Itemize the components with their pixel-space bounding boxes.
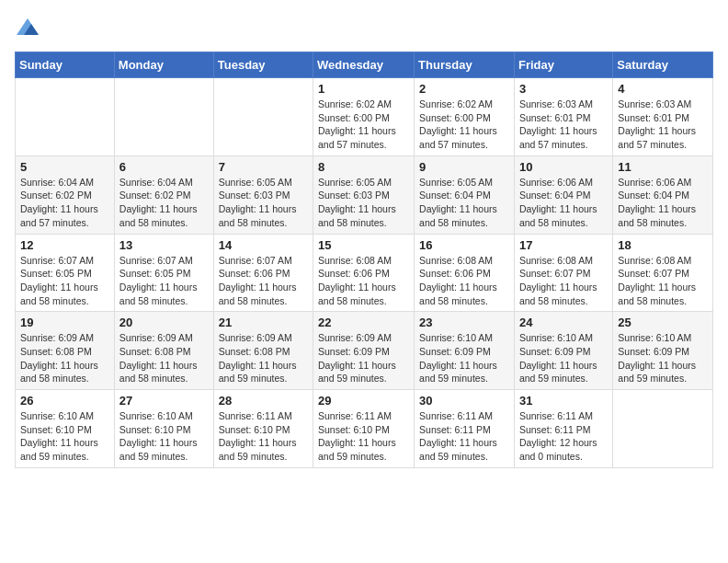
calendar-cell: 18Sunrise: 6:08 AMSunset: 6:07 PMDayligh…: [613, 234, 713, 312]
day-number: 18: [618, 238, 708, 252]
day-number: 3: [519, 82, 608, 96]
calendar-cell: [16, 78, 115, 156]
calendar-cell: [613, 390, 713, 468]
day-info: Sunrise: 6:03 AMSunset: 6:01 PMDaylight:…: [618, 98, 708, 152]
day-info: Sunrise: 6:10 AMSunset: 6:10 PMDaylight:…: [119, 409, 209, 464]
day-number: 15: [318, 238, 409, 252]
day-number: 1: [318, 82, 409, 96]
day-header-tuesday: Tuesday: [213, 52, 313, 78]
calendar-cell: 19Sunrise: 6:09 AMSunset: 6:08 PMDayligh…: [16, 312, 115, 390]
day-info: Sunrise: 6:04 AMSunset: 6:02 PMDaylight:…: [119, 176, 209, 230]
calendar-cell: [213, 78, 313, 156]
calendar-table: SundayMondayTuesdayWednesdayThursdayFrid…: [15, 52, 713, 468]
day-number: 13: [119, 238, 209, 252]
day-number: 20: [119, 316, 209, 329]
day-number: 19: [20, 316, 109, 329]
day-number: 12: [20, 238, 109, 252]
day-info: Sunrise: 6:09 AMSunset: 6:09 PMDaylight:…: [318, 331, 409, 385]
calendar-cell: 30Sunrise: 6:11 AMSunset: 6:11 PMDayligh…: [415, 390, 515, 468]
page: SundayMondayTuesdayWednesdayThursdayFrid…: [0, 0, 728, 483]
day-info: Sunrise: 6:06 AMSunset: 6:04 PMDaylight:…: [519, 176, 608, 230]
calendar-cell: 29Sunrise: 6:11 AMSunset: 6:10 PMDayligh…: [313, 390, 415, 468]
calendar-cell: 15Sunrise: 6:08 AMSunset: 6:06 PMDayligh…: [313, 234, 415, 312]
calendar-cell: 26Sunrise: 6:10 AMSunset: 6:10 PMDayligh…: [16, 390, 115, 468]
day-header-saturday: Saturday: [613, 52, 713, 78]
day-header-thursday: Thursday: [415, 52, 515, 78]
day-number: 17: [519, 238, 608, 252]
day-number: 8: [318, 160, 409, 174]
day-info: Sunrise: 6:09 AMSunset: 6:08 PMDaylight:…: [219, 331, 308, 385]
day-info: Sunrise: 6:08 AMSunset: 6:06 PMDaylight:…: [318, 254, 409, 308]
day-info: Sunrise: 6:03 AMSunset: 6:01 PMDaylight:…: [519, 98, 608, 152]
day-number: 6: [119, 160, 209, 174]
day-number: 14: [219, 238, 308, 252]
week-row-2: 5Sunrise: 6:04 AMSunset: 6:02 PMDaylight…: [16, 155, 713, 234]
calendar-cell: 21Sunrise: 6:09 AMSunset: 6:08 PMDayligh…: [213, 312, 313, 390]
week-row-5: 26Sunrise: 6:10 AMSunset: 6:10 PMDayligh…: [16, 390, 713, 468]
day-number: 9: [419, 160, 509, 174]
logo-icon: [15, 15, 40, 40]
calendar-cell: 16Sunrise: 6:08 AMSunset: 6:06 PMDayligh…: [415, 234, 515, 312]
calendar-cell: 20Sunrise: 6:09 AMSunset: 6:08 PMDayligh…: [114, 312, 213, 390]
day-info: Sunrise: 6:10 AMSunset: 6:09 PMDaylight:…: [519, 331, 608, 385]
calendar-cell: 25Sunrise: 6:10 AMSunset: 6:09 PMDayligh…: [613, 312, 713, 390]
day-header-sunday: Sunday: [16, 52, 115, 78]
calendar-cell: 5Sunrise: 6:04 AMSunset: 6:02 PMDaylight…: [16, 155, 115, 234]
day-info: Sunrise: 6:05 AMSunset: 6:04 PMDaylight:…: [419, 176, 509, 230]
calendar-cell: 3Sunrise: 6:03 AMSunset: 6:01 PMDaylight…: [514, 78, 612, 156]
header: [15, 15, 713, 40]
calendar-cell: 12Sunrise: 6:07 AMSunset: 6:05 PMDayligh…: [16, 234, 115, 312]
day-info: Sunrise: 6:11 AMSunset: 6:10 PMDaylight:…: [219, 409, 308, 464]
day-info: Sunrise: 6:09 AMSunset: 6:08 PMDaylight:…: [119, 331, 209, 385]
day-number: 10: [519, 160, 608, 174]
day-number: 31: [519, 394, 608, 408]
day-info: Sunrise: 6:10 AMSunset: 6:09 PMDaylight:…: [618, 331, 708, 385]
day-number: 5: [20, 160, 109, 174]
day-number: 7: [219, 160, 308, 174]
calendar-cell: 31Sunrise: 6:11 AMSunset: 6:11 PMDayligh…: [514, 390, 612, 468]
calendar-cell: [114, 78, 213, 156]
calendar-cell: 17Sunrise: 6:08 AMSunset: 6:07 PMDayligh…: [514, 234, 612, 312]
calendar-cell: 27Sunrise: 6:10 AMSunset: 6:10 PMDayligh…: [114, 390, 213, 468]
calendar-cell: 4Sunrise: 6:03 AMSunset: 6:01 PMDaylight…: [613, 78, 713, 156]
day-info: Sunrise: 6:04 AMSunset: 6:02 PMDaylight:…: [20, 176, 109, 230]
day-info: Sunrise: 6:08 AMSunset: 6:06 PMDaylight:…: [419, 254, 509, 308]
day-number: 2: [419, 82, 509, 96]
calendar-cell: 6Sunrise: 6:04 AMSunset: 6:02 PMDaylight…: [114, 155, 213, 234]
day-number: 25: [618, 316, 708, 329]
day-info: Sunrise: 6:02 AMSunset: 6:00 PMDaylight:…: [318, 98, 409, 152]
day-info: Sunrise: 6:10 AMSunset: 6:10 PMDaylight:…: [20, 409, 109, 464]
day-number: 30: [419, 394, 509, 408]
day-info: Sunrise: 6:07 AMSunset: 6:06 PMDaylight:…: [219, 254, 308, 308]
day-info: Sunrise: 6:02 AMSunset: 6:00 PMDaylight:…: [419, 98, 509, 152]
calendar-cell: 1Sunrise: 6:02 AMSunset: 6:00 PMDaylight…: [313, 78, 415, 156]
day-info: Sunrise: 6:06 AMSunset: 6:04 PMDaylight:…: [618, 176, 708, 230]
calendar-cell: 13Sunrise: 6:07 AMSunset: 6:05 PMDayligh…: [114, 234, 213, 312]
day-number: 16: [419, 238, 509, 252]
calendar-cell: 2Sunrise: 6:02 AMSunset: 6:00 PMDaylight…: [415, 78, 515, 156]
week-row-4: 19Sunrise: 6:09 AMSunset: 6:08 PMDayligh…: [16, 312, 713, 390]
day-info: Sunrise: 6:07 AMSunset: 6:05 PMDaylight:…: [119, 254, 209, 308]
week-row-3: 12Sunrise: 6:07 AMSunset: 6:05 PMDayligh…: [16, 234, 713, 312]
day-info: Sunrise: 6:11 AMSunset: 6:10 PMDaylight:…: [318, 409, 409, 464]
day-header-wednesday: Wednesday: [313, 52, 415, 78]
week-row-1: 1Sunrise: 6:02 AMSunset: 6:00 PMDaylight…: [16, 78, 713, 156]
day-number: 28: [219, 394, 308, 408]
day-number: 29: [318, 394, 409, 408]
day-header-friday: Friday: [514, 52, 612, 78]
day-number: 24: [519, 316, 608, 329]
calendar-cell: 11Sunrise: 6:06 AMSunset: 6:04 PMDayligh…: [613, 155, 713, 234]
calendar-cell: 23Sunrise: 6:10 AMSunset: 6:09 PMDayligh…: [415, 312, 515, 390]
calendar-cell: 24Sunrise: 6:10 AMSunset: 6:09 PMDayligh…: [514, 312, 612, 390]
day-number: 22: [318, 316, 409, 329]
day-info: Sunrise: 6:07 AMSunset: 6:05 PMDaylight:…: [20, 254, 109, 308]
calendar-cell: 22Sunrise: 6:09 AMSunset: 6:09 PMDayligh…: [313, 312, 415, 390]
day-number: 27: [119, 394, 209, 408]
day-info: Sunrise: 6:08 AMSunset: 6:07 PMDaylight:…: [519, 254, 608, 308]
calendar-cell: 9Sunrise: 6:05 AMSunset: 6:04 PMDaylight…: [415, 155, 515, 234]
day-info: Sunrise: 6:11 AMSunset: 6:11 PMDaylight:…: [519, 409, 608, 464]
day-info: Sunrise: 6:08 AMSunset: 6:07 PMDaylight:…: [618, 254, 708, 308]
day-number: 26: [20, 394, 109, 408]
day-info: Sunrise: 6:05 AMSunset: 6:03 PMDaylight:…: [219, 176, 308, 230]
calendar-header-row: SundayMondayTuesdayWednesdayThursdayFrid…: [16, 52, 713, 78]
